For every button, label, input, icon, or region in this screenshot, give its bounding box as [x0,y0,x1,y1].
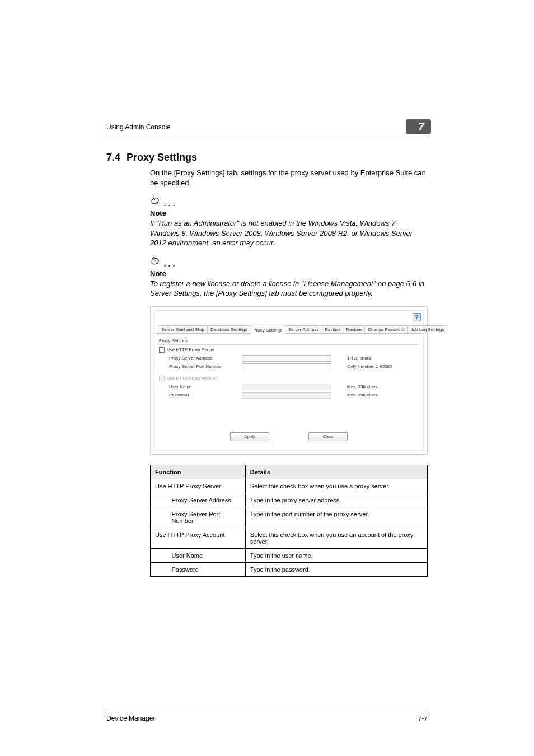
table-row: Password Type in the password. [151,562,428,576]
help-icon[interactable]: ? [413,313,421,321]
note-icon [150,195,160,208]
field-label: Proxy Server Port Number [169,364,242,369]
table-cell: Type in the user name. [245,548,427,562]
table-cell [151,548,167,562]
field-label: User Name [169,384,242,389]
note-label: Note [150,269,428,278]
table-cell: Type in the proxy server address. [245,493,427,507]
section-number: 7.4 [106,152,127,164]
checkbox-use-http-proxy-server[interactable] [159,347,165,353]
password-input[interactable] [242,392,331,399]
note-label: Note [150,209,428,217]
note-block: ... Note To register a new license or de… [150,256,428,298]
field-hint: Max. 256 chars. [347,384,379,389]
table-cell: Select this check box when you use an ac… [245,528,427,548]
checkbox-use-http-proxy-account[interactable] [159,376,165,381]
table-cell: Use HTTP Proxy Server [151,479,246,493]
footer-rule [106,712,428,712]
table-row: Proxy Server Address Type in the proxy s… [151,493,428,507]
proxy-server-port-input[interactable] [242,363,331,370]
table-cell: User Name [167,548,246,562]
spec-table: Function Details Use HTTP Proxy Server S… [150,465,428,577]
panel-title: Proxy Settings [159,338,419,345]
intro-paragraph: On the [Proxy Settings] tab, settings fo… [150,168,428,188]
table-cell: Password [167,562,246,576]
table-cell [151,562,167,576]
table-row: Use HTTP Proxy Server Select this check … [151,479,428,493]
tab-server-address[interactable]: Server Address [285,325,322,333]
section-heading: 7.4Proxy Settings [106,152,428,164]
running-head-text: Using Admin Console [106,123,171,131]
checkbox-label: Use HTTP Proxy Server [167,347,215,352]
user-name-input[interactable] [242,384,331,390]
table-header-details: Details [245,465,427,479]
field-hint: 1-128 chars [347,356,371,361]
table-cell: Use HTTP Proxy Account [151,528,246,548]
tab-database-settings[interactable]: Database Settings [207,325,250,333]
table-header-function: Function [151,465,246,479]
screenshot-frame: ? Server Start and Stop Database Setting… [150,306,428,455]
field-label: Password [169,393,242,398]
table-cell: Proxy Server Address [167,493,246,507]
table-cell [151,507,167,528]
footer-left: Device Manager [106,715,155,722]
tab-restore[interactable]: Restore [343,325,365,333]
tab-strip: Server Start and Stop Database Settings … [154,311,423,334]
section-title: Proxy Settings [127,152,197,163]
chapter-chip: 7 [406,119,431,134]
field-hint: Only Number. 1-65535 [347,364,392,369]
tab-job-log-settings[interactable]: Job Log Settings [407,325,448,333]
table-row: Use HTTP Proxy Account Select this check… [151,528,428,548]
note-block: ... Note If "Run as an Administrator" is… [150,195,428,248]
field-label: Proxy Server Address [169,356,242,361]
table-cell: Type in the password. [245,562,427,576]
table-cell: Type in the port number of the proxy ser… [245,507,427,528]
table-cell: Select this check box when you use a pro… [245,479,427,493]
proxy-server-address-input[interactable] [242,355,331,362]
table-cell: Proxy Server Port Number [167,507,246,528]
note-body: To register a new license or delete a li… [150,279,428,298]
table-cell [151,493,167,507]
header-rule [106,138,428,138]
tab-change-password[interactable]: Change Password [364,325,407,333]
clear-button[interactable]: Clear [308,432,348,441]
tab-proxy-settings[interactable]: Proxy Settings [250,326,285,334]
tab-backup[interactable]: Backup [322,325,344,333]
tab-server-start-stop[interactable]: Server Start and Stop [158,325,208,333]
field-hint: Max. 256 chars. [347,393,379,398]
apply-button[interactable]: Apply [230,432,269,441]
checkbox-label: Use HTTP Proxy Account [167,376,218,381]
note-icon [150,256,160,268]
note-body: If "Run as an Administrator" is not enab… [150,218,428,248]
footer-right: 7-7 [418,715,428,722]
table-row: Proxy Server Port Number Type in the por… [151,507,428,528]
table-row: User Name Type in the user name. [151,548,428,562]
